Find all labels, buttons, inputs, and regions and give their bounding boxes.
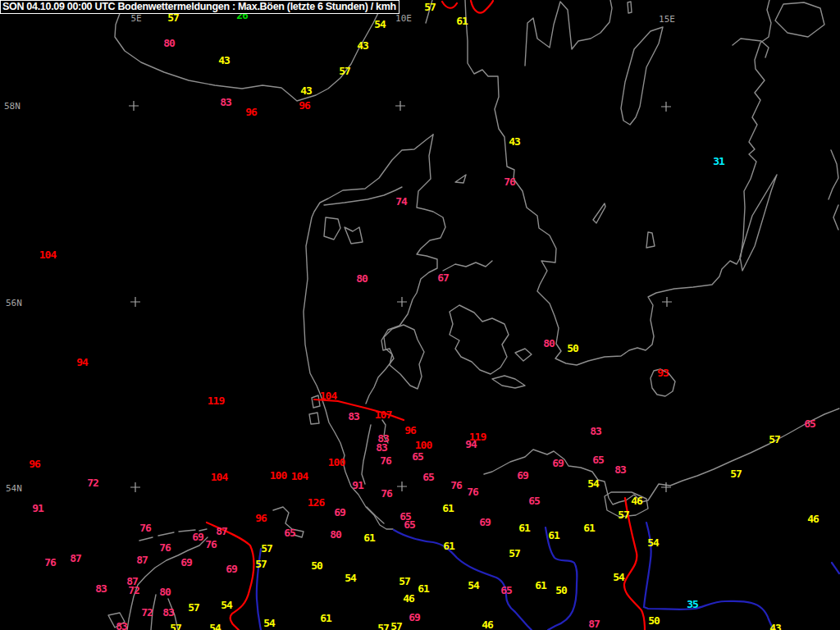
station-gust-value: 46 [482, 619, 494, 630]
station-gust-value: 83 [220, 96, 231, 108]
station-gust-value: 61 [535, 579, 547, 591]
station-gust-value: 80 [159, 586, 171, 598]
station-gust-value: 57 [377, 622, 389, 630]
station-gust-value: 72 [128, 584, 139, 596]
coastline-path [492, 376, 525, 388]
station-gust-value: 80 [163, 37, 176, 49]
station-gust-value: 96 [299, 99, 311, 112]
station-gust-value: 69 [517, 469, 528, 482]
station-gust-value: 69 [226, 563, 237, 575]
station-gust-value: 43 [300, 84, 312, 97]
station-gust-value: 65 [528, 495, 540, 507]
graticule-cross [130, 297, 140, 307]
warm-front-line [442, 2, 457, 8]
station-gust-value: 83 [162, 606, 174, 619]
station-gust-value: 100 [328, 456, 346, 468]
coastline-path [450, 305, 509, 374]
station-gust-value: 57 [170, 622, 181, 630]
station-gust-value: 50 [555, 584, 568, 596]
longitude-label: 10E [395, 13, 412, 24]
station-gust-value: 43 [769, 622, 781, 630]
coastline-path [775, 2, 824, 37]
station-gust-value: 57 [509, 547, 520, 559]
station-gust-value: 65 [284, 527, 295, 539]
coastline-path [115, 2, 385, 101]
station-gust-value: 69 [180, 556, 192, 568]
station-gust-value: 96 [29, 458, 41, 470]
coastline-path [833, 205, 838, 230]
station-gust-value: 76 [504, 176, 516, 188]
coastline-path [525, 0, 612, 66]
station-gust-value: 119 [208, 395, 225, 407]
station-gust-value: 61 [363, 532, 376, 544]
station-gust-value: 76 [381, 487, 393, 500]
coastline-path [139, 537, 153, 541]
station-gust-value: 104 [39, 249, 57, 261]
coastline-path [324, 187, 402, 205]
graticule-cross [129, 101, 139, 111]
station-gust-value: 76 [44, 556, 57, 568]
station-gust-value: 83 [348, 410, 359, 422]
station-gust-value: 72 [141, 606, 153, 619]
station-gust-value: 72 [87, 477, 98, 489]
station-gust-value: 57 [339, 65, 350, 77]
graticule-cross [130, 482, 140, 492]
station-gust-value: 61 [548, 529, 560, 541]
station-gust-value: 54 [209, 622, 221, 630]
station-gust-value: 74 [395, 195, 408, 208]
graticule-cross [661, 102, 671, 112]
station-gust-value: 100 [270, 469, 288, 482]
station-gust-value: 83 [116, 620, 127, 630]
station-gust-value: 65 [412, 450, 423, 463]
station-gust-value: 83 [376, 441, 387, 454]
coastline-path [646, 232, 655, 248]
station-gust-value: 76 [467, 486, 479, 498]
coastline-path [455, 175, 466, 183]
graticule-cross [395, 101, 405, 111]
station-gust-value: 61 [583, 522, 596, 534]
station-gust-value: 76 [205, 538, 217, 550]
latitude-label: 56N [6, 298, 22, 308]
station-gust-value: 46 [807, 513, 819, 525]
station-gust-value: 54 [468, 579, 480, 591]
station-gust-value: 54 [647, 536, 660, 549]
station-gust-value: 61 [442, 502, 454, 514]
cold-front-line [832, 563, 839, 573]
station-gust-value: 69 [479, 516, 491, 528]
coastline-path [366, 135, 445, 404]
station-gust-value: 61 [518, 522, 531, 534]
station-gust-value: 50 [648, 614, 660, 627]
station-gust-value: 65 [500, 584, 512, 596]
station-gust-value: 57 [390, 620, 402, 630]
station-gust-value: 43 [357, 39, 368, 52]
station-gust-value: 57 [424, 1, 436, 13]
station-gust-value: 65 [404, 518, 415, 531]
weather-map-screen: 5E10E15E58N56N54N57265457618043435743839… [0, 0, 840, 630]
map-title-bar: SON 04.10.09 00:00 UTC Bodenwettermeldun… [0, 0, 399, 14]
station-gust-value: 87 [588, 618, 600, 630]
coastline-path [593, 203, 605, 223]
station-gust-value: 57 [769, 433, 780, 445]
station-gust-value: 87 [136, 554, 148, 566]
station-gust-value: 43 [509, 135, 520, 148]
station-gust-value: 80 [543, 337, 555, 349]
station-gust-value: 61 [443, 540, 455, 552]
station-gust-value: 76 [450, 479, 463, 491]
coastline-path [515, 349, 532, 361]
longitude-label: 5E [130, 13, 141, 24]
station-gust-value: 104 [320, 390, 338, 402]
coastline-path [304, 135, 433, 529]
map-title-text: SON 04.10.09 00:00 UTC Bodenwettermeldun… [2, 1, 396, 12]
station-gust-value: 54 [221, 599, 233, 611]
station-gust-value: 80 [356, 272, 368, 285]
station-gust-value: 43 [218, 54, 230, 66]
station-gust-value: 80 [330, 528, 342, 541]
coastline-path [158, 532, 174, 536]
station-gust-value: 54 [613, 571, 625, 583]
coastline-path [345, 227, 363, 244]
coastline-path [384, 325, 424, 389]
station-gust-value: 57 [399, 575, 410, 587]
station-gust-value: 93 [657, 367, 669, 379]
warm-front-line [471, 1, 493, 13]
station-gust-value: 57 [261, 542, 272, 555]
